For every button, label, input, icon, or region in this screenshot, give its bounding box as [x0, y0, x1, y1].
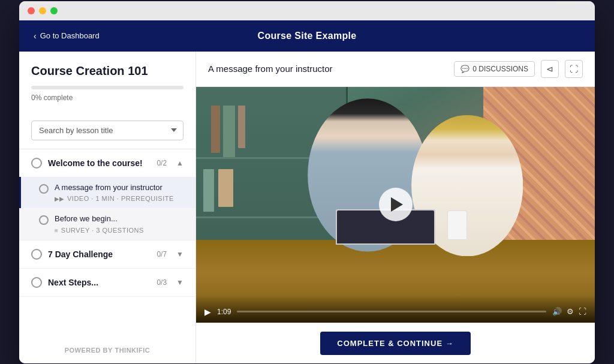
content-footer: COMPLETE & CONTINUE →	[196, 323, 595, 363]
back-link[interactable]: ‹ Go to Dashboard	[34, 31, 100, 41]
section-welcome-label: Welcome to the course!	[48, 158, 151, 168]
chevron-left-icon: ‹	[34, 31, 37, 41]
time-display: 1:09	[217, 308, 231, 316]
video-controls: ▶ 1:09 🔊 ⚙ ⛶	[196, 295, 595, 323]
fullscreen-icon: ⛶	[570, 64, 578, 74]
expand-icon[interactable]: ⛶	[579, 307, 586, 316]
title-bar	[19, 1, 595, 20]
section-nextsteps-circle	[31, 277, 42, 288]
section-nextsteps-count: 0/3	[156, 278, 167, 287]
lesson-title-msg: A message from your instructor	[55, 183, 183, 193]
section-nextsteps-chevron: ▼	[176, 278, 183, 287]
volume-icon[interactable]: 🔊	[552, 307, 562, 316]
powered-by-label: POWERED BY	[65, 347, 113, 354]
section-7day-header[interactable]: 7 Day Challenge 0/7 ▼	[19, 240, 195, 268]
bookmark-icon: ⊲	[546, 64, 553, 74]
lesson-circle-msg	[39, 184, 49, 194]
lesson-info-begin: Before we begin... ≡ SURVEY · 3 QUESTION…	[55, 214, 183, 234]
fullscreen-button[interactable]: ⛶	[565, 60, 583, 78]
lesson-title-begin: Before we begin...	[55, 214, 183, 224]
lesson-list-welcome: A message from your instructor ▶▶ VIDEO …	[19, 177, 195, 240]
close-dot[interactable]	[28, 7, 35, 14]
ctrl-right: 🔊 ⚙ ⛶	[552, 307, 586, 316]
lesson-circle-begin	[39, 215, 49, 225]
lesson-meta-text-msg: VIDEO · 1 MIN · PREREQUISITE	[67, 195, 174, 202]
coffee-cup	[447, 210, 467, 240]
brand-label: THINKIFIC	[115, 347, 150, 354]
section-nextsteps-header[interactable]: Next Steps... 0/3 ▼	[19, 269, 195, 296]
sidebar-footer: POWERED BY THINKIFIC	[19, 337, 195, 363]
play-overlay	[379, 188, 413, 221]
section-7day-label: 7 Day Challenge	[48, 249, 151, 259]
video-icon: ▶▶	[55, 195, 64, 202]
app-header: ‹ Go to Dashboard Course Site Example	[19, 20, 595, 52]
progress-track	[31, 86, 183, 89]
bookmark-button[interactable]: ⊲	[541, 60, 559, 78]
complete-continue-button[interactable]: COMPLETE & CONTINUE →	[320, 332, 470, 355]
app-body: Course Creation 101 0% complete Search b…	[19, 52, 595, 363]
content-actions: 💬 0 DISCUSSIONS ⊲ ⛶	[454, 60, 583, 78]
discussions-count: 0 DISCUSSIONS	[472, 65, 528, 73]
section-7day-chevron: ▼	[176, 250, 183, 258]
lesson-meta-begin: ≡ SURVEY · 3 QUESTIONS	[55, 227, 183, 234]
section-nextsteps: Next Steps... 0/3 ▼	[19, 269, 195, 297]
maximize-dot[interactable]	[50, 7, 58, 14]
section-7day-count: 0/7	[156, 250, 167, 258]
section-welcome-chevron: ▲	[176, 159, 183, 167]
lesson-item-msg[interactable]: A message from your instructor ▶▶ VIDEO …	[19, 177, 195, 209]
main-content: A message from your instructor 💬 0 DISCU…	[196, 52, 595, 363]
book-3	[238, 106, 245, 148]
lesson-meta-text-begin: SURVEY · 3 QUESTIONS	[61, 227, 144, 234]
video-container[interactable]: ▶ 1:09 🔊 ⚙ ⛶	[196, 87, 595, 323]
play-button[interactable]	[379, 188, 413, 221]
back-label: Go to Dashboard	[40, 31, 100, 40]
sidebar: Course Creation 101 0% complete Search b…	[19, 52, 196, 363]
section-7day: 7 Day Challenge 0/7 ▼	[19, 240, 195, 269]
lesson-info-msg: A message from your instructor ▶▶ VIDEO …	[55, 183, 183, 203]
section-nextsteps-label: Next Steps...	[48, 278, 151, 287]
settings-icon[interactable]: ⚙	[567, 307, 574, 316]
content-header: A message from your instructor 💬 0 DISCU…	[196, 52, 595, 87]
course-title: Course Creation 101	[31, 64, 183, 79]
progress-label: 0% complete	[31, 94, 73, 102]
minimize-dot[interactable]	[39, 7, 46, 14]
sidebar-top: Course Creation 101 0% complete	[19, 52, 195, 115]
survey-icon: ≡	[55, 227, 58, 234]
video-progress-track[interactable]	[237, 311, 546, 312]
discussions-button[interactable]: 💬 0 DISCUSSIONS	[454, 61, 535, 77]
content-lesson-title: A message from your instructor	[208, 64, 333, 74]
book-2	[223, 106, 235, 157]
section-welcome-circle	[31, 158, 42, 169]
section-welcome-count: 0/2	[156, 159, 167, 167]
section-welcome-header[interactable]: Welcome to the course! 0/2 ▲	[19, 149, 195, 177]
progress-container: 0% complete	[31, 86, 183, 103]
app-window: ‹ Go to Dashboard Course Site Example Co…	[19, 1, 595, 363]
section-welcome: Welcome to the course! 0/2 ▲ A message f…	[19, 149, 195, 241]
book-5	[218, 169, 233, 207]
book-1	[211, 106, 220, 153]
site-title: Course Site Example	[258, 31, 357, 41]
search-container: Search by lesson title	[19, 115, 195, 149]
lesson-item-begin[interactable]: Before we begin... ≡ SURVEY · 3 QUESTION…	[19, 208, 195, 240]
book-4	[203, 169, 213, 212]
lesson-meta-msg: ▶▶ VIDEO · 1 MIN · PREREQUISITE	[55, 195, 183, 202]
section-7day-circle	[31, 249, 42, 260]
play-pause-button[interactable]: ▶	[204, 307, 211, 317]
chat-icon: 💬	[460, 65, 469, 73]
lesson-search[interactable]: Search by lesson title	[31, 121, 183, 140]
